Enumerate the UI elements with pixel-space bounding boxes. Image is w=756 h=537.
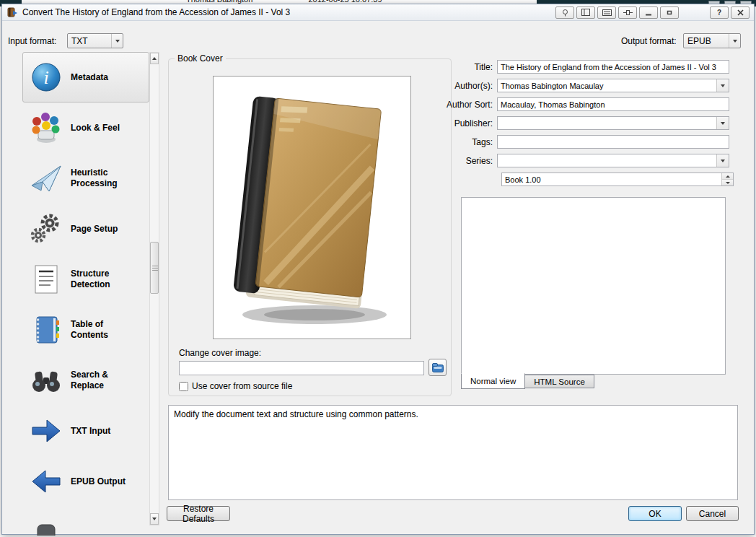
sidebar-scrollbar[interactable]: [149, 52, 159, 525]
document-icon: [29, 262, 63, 297]
restore-defaults-button[interactable]: Restore Defaults: [167, 506, 230, 521]
sidebar-item-label: Structure Detection: [71, 268, 137, 290]
layout-button[interactable]: [576, 6, 595, 19]
sidebar-item-look-and-feel[interactable]: Look & Feel: [22, 102, 149, 153]
restore-button[interactable]: [660, 6, 679, 19]
publisher-label: Publisher:: [435, 118, 497, 128]
scroll-up-button[interactable]: [150, 53, 159, 64]
title-label: Title:: [435, 62, 497, 72]
publisher-arrow[interactable]: [716, 117, 729, 129]
scrollbar-thumb[interactable]: [150, 242, 159, 294]
sidebar-item-epub-output[interactable]: EPUB Output: [22, 456, 149, 507]
sidebar-item-partial[interactable]: [22, 507, 149, 536]
input-format-label: Input format:: [8, 36, 56, 46]
convert-dialog: Convert The History of England from the …: [1, 4, 755, 535]
author-sort-label: Author Sort:: [435, 100, 497, 110]
use-cover-from-source-row: Use cover from source file: [179, 381, 292, 391]
input-format-arrow: [111, 34, 123, 48]
chevron-down-icon: [733, 40, 737, 43]
comments-editor[interactable]: [461, 197, 726, 375]
section-description-panel[interactable]: Modify the document text and structure u…: [168, 405, 738, 500]
chevron-down-icon: [721, 84, 725, 87]
keyboard-button[interactable]: [597, 6, 616, 19]
arrow-right-icon: [29, 414, 63, 448]
use-cover-checkbox[interactable]: [179, 382, 188, 391]
series-select[interactable]: [497, 154, 729, 167]
dock-button[interactable]: [618, 6, 637, 19]
chevron-down-icon: [721, 160, 725, 162]
authors-label: Author(s):: [435, 81, 497, 91]
chevron-down-icon: [721, 122, 725, 125]
window-title: Convert The History of England from the …: [22, 7, 290, 17]
svg-text:i: i: [43, 67, 48, 88]
change-cover-label: Change cover image:: [179, 348, 261, 358]
close-button[interactable]: [731, 6, 750, 19]
pan-button[interactable]: [555, 6, 574, 19]
author-sort-input[interactable]: [497, 97, 729, 111]
output-format-select[interactable]: EPUB: [683, 33, 741, 48]
spinner-buttons: [721, 173, 733, 185]
sidebar-item-metadata[interactable]: i Metadata: [22, 52, 149, 102]
comments-tabs: Normal view HTML Source: [461, 374, 594, 389]
publisher-row: Publisher:: [435, 116, 734, 130]
sidebar-item-table-of-contents[interactable]: Table of Contents: [22, 305, 149, 355]
chevron-up-icon: [152, 57, 157, 60]
book-cover-group: Book Cover: [168, 58, 452, 396]
sidebar-item-page-setup[interactable]: Page Setup: [22, 204, 149, 254]
scroll-down-button[interactable]: [150, 513, 159, 525]
sidebar-item-structure-detection[interactable]: Structure Detection: [22, 254, 149, 305]
tab-html-source[interactable]: HTML Source: [524, 375, 594, 388]
partial-icon: [29, 515, 63, 536]
series-arrow[interactable]: [716, 154, 729, 167]
tags-label: Tags:: [435, 137, 497, 147]
authors-value: Thomas Babington Macaulay: [498, 82, 716, 90]
minimize-button[interactable]: [639, 6, 658, 19]
notebook-icon: [29, 313, 63, 347]
convert-app-icon: [6, 6, 18, 18]
help-button[interactable]: ?: [710, 6, 729, 19]
title-row: Title:: [435, 60, 734, 74]
chevron-down-icon: [152, 518, 157, 520]
spin-up-button[interactable]: [722, 173, 733, 180]
cover-path-input[interactable]: [179, 361, 424, 375]
spin-down-button[interactable]: [722, 180, 733, 185]
chevron-up-icon: [726, 175, 730, 178]
info-icon: i: [29, 60, 63, 95]
sidebar-item-heuristic-processing[interactable]: Heuristic Processing: [22, 153, 149, 204]
chevron-down-icon: [115, 40, 120, 43]
input-format-value: TXT: [68, 36, 111, 46]
cancel-button[interactable]: Cancel: [686, 506, 739, 521]
book-cover-group-label: Book Cover: [175, 53, 226, 64]
book-cover-image: [214, 77, 410, 339]
authors-row: Author(s): Thomas Babington Macaulay: [435, 79, 734, 92]
binoculars-icon: [29, 363, 63, 398]
scrollbar-grip: [152, 266, 158, 271]
sidebar-item-txt-input[interactable]: TXT Input: [22, 406, 149, 456]
sidebar-item-label: Heuristic Processing: [71, 167, 137, 189]
ok-button[interactable]: OK: [628, 506, 682, 521]
chevron-down-icon: [726, 182, 730, 184]
author-sort-row: Author Sort:: [435, 97, 734, 111]
sidebar-item-search-and-replace[interactable]: Search & Replace: [22, 355, 149, 406]
publisher-select[interactable]: [497, 116, 729, 130]
cover-preview: [213, 76, 411, 339]
series-label: Series:: [435, 156, 497, 166]
series-index-spinner[interactable]: Book 1.00: [501, 173, 734, 186]
wand-icon: [29, 161, 63, 196]
sidebar-item-label: Look & Feel: [71, 123, 120, 134]
titlebar[interactable]: Convert The History of England from the …: [2, 4, 754, 21]
browse-cover-button[interactable]: [428, 359, 447, 376]
layout-icon: [581, 9, 590, 16]
browse-icon: [432, 363, 444, 372]
dock-icon: [623, 9, 633, 16]
minimize-icon: [645, 9, 652, 16]
output-format-label: Output format:: [621, 36, 677, 46]
tab-normal-view[interactable]: Normal view: [461, 373, 525, 389]
authors-arrow[interactable]: [716, 79, 729, 92]
arrow-left-icon: [29, 464, 63, 499]
input-format-select[interactable]: TXT: [67, 33, 123, 48]
title-input[interactable]: [497, 60, 729, 74]
authors-select[interactable]: Thomas Babington Macaulay: [497, 79, 729, 92]
sidebar-item-label: Metadata: [71, 72, 108, 83]
tags-input[interactable]: [497, 135, 729, 149]
